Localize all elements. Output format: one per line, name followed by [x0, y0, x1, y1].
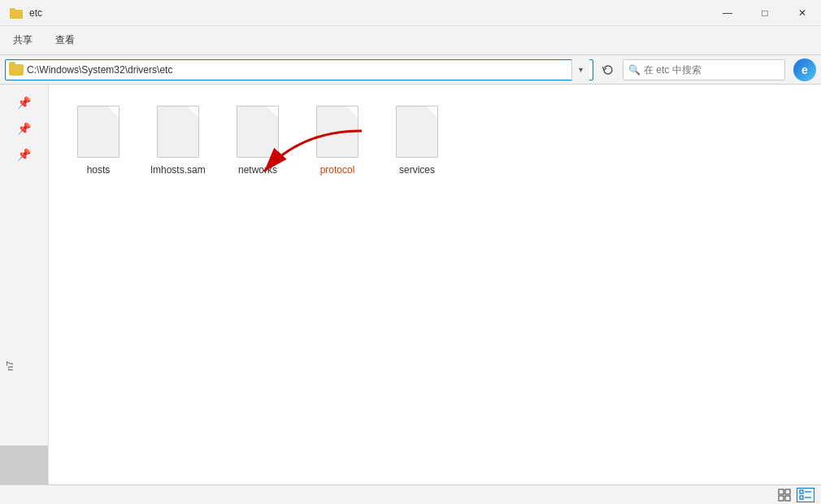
status-bar: [0, 484, 821, 504]
content-area: hosts lmhosts.sam networks: [49, 85, 821, 484]
file-name-networks: networks: [238, 164, 277, 176]
search-icon: 🔍: [628, 64, 641, 76]
file-icon-protocol: [313, 102, 362, 161]
svg-rect-3: [779, 489, 784, 494]
files-grid: hosts lmhosts.sam networks: [62, 98, 808, 180]
maximize-button[interactable]: □: [746, 0, 784, 26]
title-bar-left: etc: [10, 7, 42, 19]
file-item-hosts[interactable]: hosts: [62, 98, 135, 180]
refresh-button[interactable]: [597, 59, 619, 81]
file-shape-lmhosts: [157, 106, 199, 158]
svg-rect-1: [10, 8, 15, 11]
search-bar[interactable]: 🔍: [623, 59, 785, 80]
svg-rect-4: [785, 489, 790, 494]
window-title: etc: [29, 7, 42, 19]
file-icon-networks: [233, 102, 282, 161]
sidebar-scroll-indicator: [0, 445, 48, 484]
file-shape-hosts: [77, 106, 119, 158]
file-name-hosts: hosts: [87, 164, 111, 176]
file-name-protocol: protocol: [320, 164, 355, 176]
sidebar-label: n7: [5, 361, 15, 371]
main-layout: 📌 📌 📌 n7 hosts lmhosts.sam: [0, 85, 821, 484]
grid-view-button[interactable]: [775, 488, 793, 502]
sidebar: 📌 📌 📌 n7: [0, 85, 49, 484]
file-shape-networks: [237, 106, 279, 158]
edge-browser-icon: e: [793, 59, 816, 81]
file-item-lmhosts[interactable]: lmhosts.sam: [141, 98, 215, 180]
minimize-button[interactable]: —: [709, 0, 746, 26]
list-view-button[interactable]: [797, 488, 814, 502]
file-item-networks[interactable]: networks: [221, 98, 294, 180]
search-input[interactable]: [644, 64, 780, 76]
address-folder-icon: [9, 64, 24, 76]
address-bar[interactable]: ▾: [5, 59, 593, 80]
pin-button-2[interactable]: 📌: [13, 117, 36, 140]
svg-rect-6: [785, 496, 790, 501]
file-icon-hosts: [74, 102, 123, 161]
address-dropdown-button[interactable]: ▾: [571, 59, 589, 80]
list-view-icon: [799, 489, 812, 502]
file-icon-lmhosts: [154, 102, 202, 161]
file-item-services[interactable]: services: [380, 98, 454, 180]
ribbon-tab-share[interactable]: 共享: [10, 30, 36, 50]
svg-rect-9: [800, 496, 803, 499]
file-name-services: services: [399, 164, 435, 176]
ribbon: 共享 查看: [0, 26, 821, 55]
status-right: [775, 488, 814, 502]
address-bar-row: ▾ 🔍 e: [0, 55, 821, 85]
window-controls: — □ ✕: [709, 0, 821, 26]
grid-view-icon: [778, 489, 791, 502]
file-item-protocol[interactable]: protocol: [301, 98, 374, 180]
file-icon-services: [393, 102, 441, 161]
folder-title-icon: [10, 7, 23, 19]
file-shape-services: [396, 106, 438, 158]
ribbon-tab-view[interactable]: 查看: [52, 30, 78, 50]
file-name-lmhosts: lmhosts.sam: [150, 164, 205, 176]
refresh-icon: [602, 64, 614, 76]
file-shape-protocol: [316, 106, 358, 158]
svg-rect-7: [800, 490, 803, 493]
address-input[interactable]: [27, 64, 571, 76]
svg-rect-5: [779, 496, 784, 501]
title-bar: etc — □ ✕: [0, 0, 821, 26]
close-button[interactable]: ✕: [784, 0, 821, 26]
pin-button-1[interactable]: 📌: [13, 91, 36, 114]
pin-button-3[interactable]: 📌: [13, 143, 36, 166]
